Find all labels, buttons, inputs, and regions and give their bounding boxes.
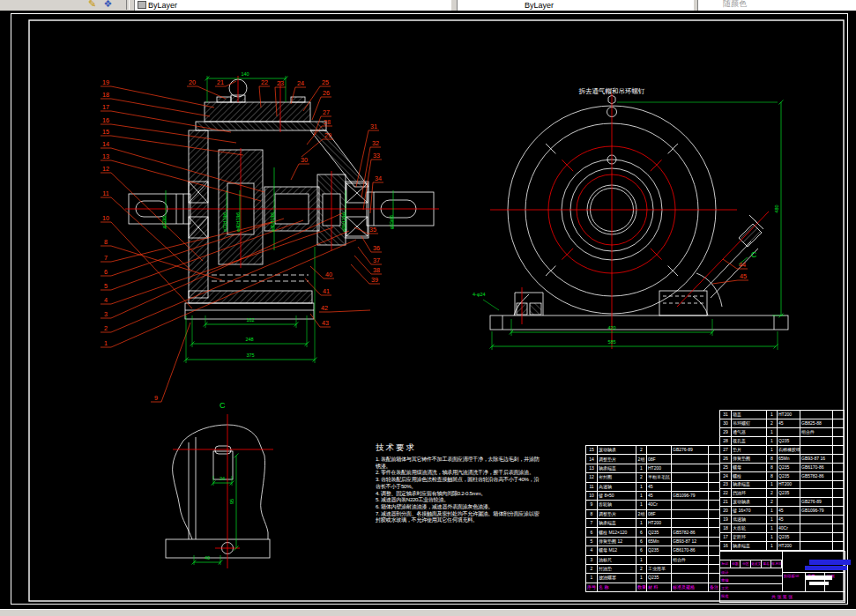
technical-requirements-title: 技术要求 [376,442,543,454]
bom-cell: 挡油环 [732,489,767,498]
bom-cell: 24 [720,471,732,480]
bom-cell: 弹簧垫圈 12 [598,537,636,545]
bom-cell: 13 [586,464,598,472]
bom-cell: GB5782-86 [672,528,709,537]
bom-cell: 1 [767,542,778,551]
bom-cell: 30 [720,419,732,427]
svg-text:24: 24 [297,79,304,87]
bom-cell [833,507,845,516]
bore-dimension-label: φ72H7/k6 [222,212,227,232]
bom-cell: 序号 [586,583,598,591]
bom-cell [709,528,720,537]
bom-cell: 螺母 M12 [598,546,636,555]
bom-cell [709,537,720,545]
plotstyle-value: 随颜色 [723,0,747,10]
svg-text:41: 41 [323,287,330,295]
revision-header-row: 标记处数分区更改文件号签名年月日 [720,560,782,568]
bom-cell [709,574,720,583]
bom-row: 8调整垫片2组08F [586,509,720,518]
bom-cell [800,436,833,445]
bom-cell: Q235 [647,546,672,555]
svg-text:39: 39 [371,276,378,284]
revision-header-cell: 标记 [720,560,731,568]
base-holes-note: 4-φ24 [473,292,486,297]
bom-cell: 轴承端盖 [732,542,767,551]
bom-cell: 吊环螺钉 [732,419,767,427]
bom-cell [672,455,709,464]
bom-row: 16轴承端盖1HT200 [720,542,845,551]
signature-role-label: 批准 [721,592,751,600]
bom-cell: 1 [767,480,778,489]
svg-text:17: 17 [102,103,109,111]
bom-cell [672,519,709,528]
svg-text:15: 15 [102,128,109,136]
technical-requirement-line: 6. 箱体内壁涂耐油油漆，减速器外表面涂灰色油漆。 [376,503,543,510]
bom-cell [800,480,833,489]
color-combobox[interactable]: ByLayer [134,0,451,11]
bom-table-left: 15滚动轴承2GB276-8914调整垫片2组08F13轴承端盖1HT20012… [585,445,720,592]
bom-cell: 2 [636,473,647,482]
bom-cell: 材 料 [647,583,672,591]
bom-cell [833,419,845,427]
bom-cell: 6 [636,537,647,545]
bom-cell: 1 [636,501,647,509]
bom-row: 25螺母8Q235GB6170-86 [720,463,845,471]
svg-text:2: 2 [104,324,108,332]
bom-cell: 1 [767,427,778,436]
bom-cell: Q235 [778,436,800,445]
bom-cell: GB1096-79 [800,507,833,516]
bom-cell: 1 [636,464,647,472]
bom-cell: 45 [778,419,800,427]
bom-cell: 40Cr [778,524,800,533]
bom-cell [778,427,800,436]
bom-cell: 组合件 [800,427,833,436]
svg-text:37: 37 [373,256,380,264]
bom-row: 21滚动轴承2GB276-89 [720,498,845,507]
svg-text:18: 18 [102,91,109,99]
bom-cell [833,498,845,507]
bom-cell: 8 [767,471,778,480]
bom-cell: 45 [647,491,672,500]
bom-cell: GB6170-86 [672,546,709,555]
svg-text:45: 45 [740,272,747,280]
bom-cell: 28 [720,436,732,445]
bom-cell [833,463,845,471]
revision-header-cell: 更改文件号 [751,560,762,568]
bom-cell: 石棉橡胶纸 [778,445,800,454]
bom-cell: Q235 [778,471,800,480]
pushpin-icon[interactable]: ✎ [86,0,99,10]
plotstyle-combobox[interactable]: 随颜色 [697,0,856,11]
svg-text:13: 13 [102,152,109,160]
bom-cell: 密封圈 [598,473,636,482]
svg-text:12: 12 [102,165,109,173]
bom-row: 2封油垫2工业用革 [586,564,720,573]
bom-cell [833,411,845,419]
bom-cell: 轴承端盖 [732,480,767,489]
svg-text:19: 19 [102,78,109,86]
bom-row: 31箱盖1HT200 [720,411,845,419]
diamond-icon[interactable]: ❖ [101,0,115,10]
bom-cell: 31 [720,411,732,419]
svg-text:26: 26 [323,89,330,97]
dimension-label: 480 [774,204,779,212]
bom-cell: 1 [767,516,778,524]
bom-cell: 滚动轴承 [732,498,767,507]
bom-cell [709,564,720,573]
bom-cell: 45 [778,516,800,524]
dimension-label: 24 [220,476,225,481]
bom-cell: 8 [767,463,778,471]
svg-text:8: 8 [104,238,108,246]
bom-cell: 低速轴 [732,516,767,524]
bom-cell: 轴承端盖 [598,464,636,472]
svg-text:32: 32 [372,139,379,147]
bom-row: 23轴承端盖1HT200 [720,480,845,489]
linetype-combobox[interactable]: ByLayer [457,0,694,11]
bom-cell [833,533,845,542]
bom-cell [833,524,845,533]
bom-cell: 21 [720,498,732,507]
bom-cell [833,454,845,463]
bom-cell: 1 [767,507,778,516]
bom-cell [709,509,720,518]
bom-row: 29通气器1组合件 [720,427,845,436]
bom-cell: 1 [767,445,778,454]
